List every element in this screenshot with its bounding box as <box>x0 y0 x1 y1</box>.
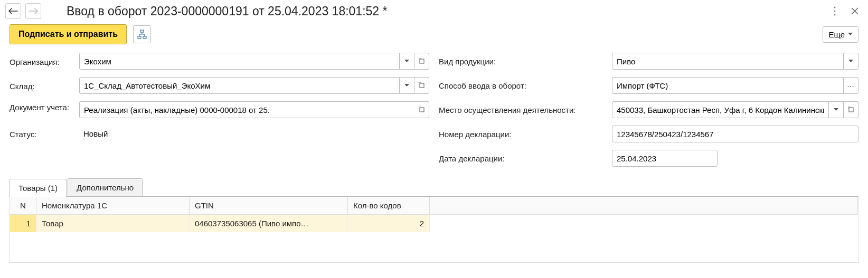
tabs: Товары (1) Дополнительно <box>10 178 858 197</box>
activity-place-dropdown[interactable] <box>829 101 844 118</box>
open-ref-icon <box>419 58 425 64</box>
form-left-column: Организация: Склад: Документ учета: Ст <box>10 53 429 167</box>
entry-method-label: Способ ввода в оборот: <box>439 81 607 90</box>
warehouse-open[interactable] <box>414 77 429 94</box>
chevron-down-icon <box>848 33 853 36</box>
entry-method-select[interactable]: ··· <box>844 77 858 94</box>
declaration-number-input[interactable] <box>612 126 858 142</box>
more-button-label: Еще <box>828 30 845 39</box>
svg-rect-3 <box>140 30 144 32</box>
arrow-right-icon <box>29 8 38 14</box>
col-header-rest <box>430 197 858 214</box>
structure-button[interactable] <box>133 25 151 43</box>
svg-rect-7 <box>420 83 424 88</box>
svg-rect-6 <box>420 59 424 63</box>
chevron-down-icon <box>834 108 838 111</box>
svg-point-0 <box>834 6 835 8</box>
declaration-date-input[interactable] <box>612 150 718 167</box>
entry-method-input[interactable] <box>612 77 844 94</box>
svg-rect-8 <box>420 108 424 112</box>
activity-place-open[interactable] <box>844 101 858 118</box>
grid-body: 1 Товар 04603735063065 (Пиво импо… 2 <box>10 215 858 262</box>
more-button[interactable]: Еще <box>823 26 858 43</box>
accounting-doc-input[interactable] <box>79 101 414 118</box>
svg-point-1 <box>834 10 835 12</box>
forward-button[interactable] <box>25 3 41 19</box>
open-ref-icon <box>848 107 854 113</box>
chevron-down-icon <box>404 60 409 63</box>
table-row[interactable]: 1 Товар 04603735063065 (Пиво импо… 2 <box>10 215 858 232</box>
close-icon <box>851 7 858 15</box>
field-declaration-number: Номер декларации: <box>439 126 858 142</box>
chevron-down-icon <box>848 60 853 63</box>
product-type-label: Вид продукции: <box>439 57 607 66</box>
activity-place-label: Место осуществления деятельности: <box>439 106 607 114</box>
field-organization: Организация: <box>10 53 429 70</box>
organization-label: Организация: <box>10 56 74 66</box>
page-title: Ввод в оборот 2023-0000000191 от 25.04.2… <box>67 4 823 18</box>
goods-grid: N Номенклатура 1С GTIN Кол-во кодов 1 То… <box>10 197 858 263</box>
open-ref-icon <box>419 82 425 89</box>
organization-dropdown[interactable] <box>400 53 414 70</box>
kebab-menu-button[interactable] <box>827 3 843 19</box>
col-header-qty[interactable]: Кол-во кодов <box>348 197 430 214</box>
field-accounting-doc: Документ учета: <box>10 101 429 118</box>
product-type-input[interactable] <box>612 53 844 70</box>
warehouse-label: Склад: <box>10 81 74 91</box>
organization-input[interactable] <box>79 53 400 70</box>
col-header-gtin[interactable]: GTIN <box>190 197 348 214</box>
title-toolbar: Ввод в оборот 2023-0000000191 от 25.04.2… <box>0 0 868 22</box>
declaration-date-label: Дата декларации: <box>439 154 607 163</box>
form-right-column: Вид продукции: Способ ввода в оборот: ··… <box>439 53 858 167</box>
field-entry-method: Способ ввода в оборот: ··· <box>439 77 858 94</box>
open-ref-icon <box>419 107 425 113</box>
field-declaration-date: Дата декларации: <box>439 150 858 167</box>
sign-and-send-button[interactable]: Подписать и отправить <box>10 24 127 44</box>
field-status: Статус: <box>10 126 429 141</box>
field-product-type: Вид продукции: <box>439 53 858 70</box>
svg-point-2 <box>834 14 835 15</box>
tab-additional[interactable]: Дополнительно <box>68 178 143 196</box>
col-header-nomenclature[interactable]: Номенклатура 1С <box>36 197 190 214</box>
declaration-number-label: Номер декларации: <box>439 130 607 139</box>
warehouse-input[interactable] <box>79 77 400 94</box>
organization-open[interactable] <box>414 53 429 70</box>
accounting-doc-label: Документ учета: <box>10 101 74 113</box>
tab-goods[interactable]: Товары (1) <box>10 179 67 197</box>
product-type-dropdown[interactable] <box>844 53 858 70</box>
field-warehouse: Склад: <box>10 77 429 94</box>
grid-header: N Номенклатура 1С GTIN Кол-во кодов <box>10 197 858 215</box>
kebab-icon <box>834 6 836 16</box>
back-button[interactable] <box>5 3 21 19</box>
cell-nomenclature: Товар <box>36 215 190 232</box>
cell-n: 1 <box>10 215 36 232</box>
form-area: Организация: Склад: Документ учета: Ст <box>0 53 868 167</box>
col-header-n[interactable]: N <box>10 197 36 214</box>
status-value <box>79 126 429 141</box>
hierarchy-icon <box>137 30 147 39</box>
status-label: Статус: <box>10 129 74 139</box>
svg-rect-4 <box>138 36 141 39</box>
accounting-doc-open[interactable] <box>414 101 429 118</box>
action-bar: Подписать и отправить Еще <box>0 22 868 53</box>
warehouse-dropdown[interactable] <box>400 77 414 94</box>
field-activity-place: Место осуществления деятельности: <box>439 101 858 118</box>
cell-qty: 2 <box>348 215 430 232</box>
ellipsis-icon: ··· <box>847 82 854 90</box>
cell-gtin: 04603735063065 (Пиво импо… <box>190 215 348 232</box>
activity-place-input[interactable] <box>612 101 829 118</box>
chevron-down-icon <box>404 84 409 87</box>
close-button[interactable] <box>847 3 863 19</box>
arrow-left-icon <box>8 8 18 14</box>
svg-rect-9 <box>849 108 853 112</box>
svg-rect-5 <box>143 36 146 39</box>
